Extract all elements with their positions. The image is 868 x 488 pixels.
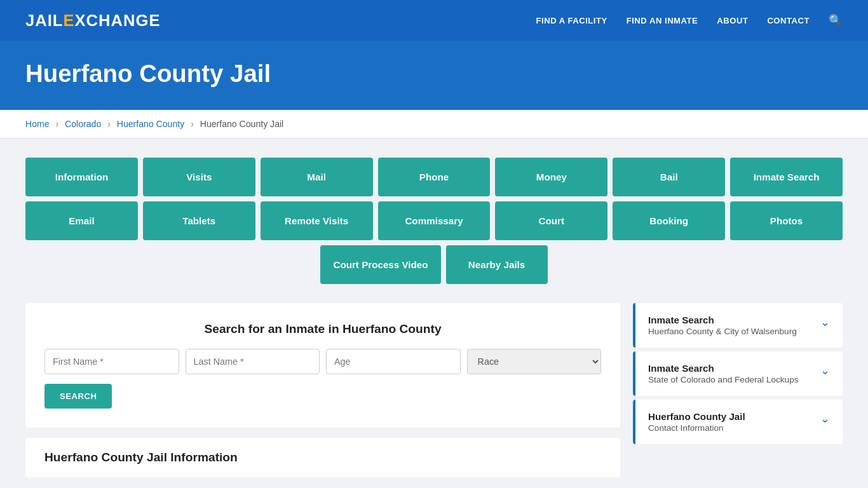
search-title: Search for an Inmate in Huerfano County (44, 322, 601, 336)
sidebar-card-3: Huerfano County Jail Contact Information… (633, 400, 843, 444)
info-section: Huerfano County Jail Information (25, 438, 620, 477)
btn-booking[interactable]: Booking (613, 201, 725, 240)
nav-links: FIND A FACILITY FIND AN INMATE ABOUT CON… (536, 14, 843, 27)
nav-find-facility[interactable]: FIND A FACILITY (536, 16, 607, 25)
navigation: JAILEXCHANGE FIND A FACILITY FIND AN INM… (0, 0, 868, 41)
breadcrumb-county[interactable]: Huerfano County (117, 119, 184, 129)
btn-visits[interactable]: Visits (143, 158, 255, 196)
button-grid-row2: Email Tablets Remote Visits Commissary C… (25, 201, 843, 240)
breadcrumb-current: Huerfano County Jail (200, 119, 283, 129)
btn-mail[interactable]: Mail (261, 158, 373, 196)
logo-exchange-rest: XCHANGE (75, 11, 161, 29)
info-title: Huerfano County Jail Information (44, 451, 601, 464)
sidebar-card-header-2[interactable]: Inmate Search State of Colorado and Fede… (633, 351, 843, 396)
breadcrumb: Home › Colorado › Huerfano County › Huer… (0, 110, 868, 139)
btn-money[interactable]: Money (495, 158, 607, 196)
btn-court[interactable]: Court (495, 201, 607, 240)
sidebar-card-title-3: Huerfano County Jail (648, 411, 745, 422)
button-grid-row3: Court Process Video Nearby Jails (25, 245, 843, 284)
nav-contact[interactable]: CONTACT (767, 16, 810, 25)
btn-bail[interactable]: Bail (613, 158, 725, 196)
chevron-down-icon-1: ⌄ (820, 316, 830, 329)
sidebar-card-subtitle-1: Huerfano County & City of Walsenburg (648, 327, 797, 336)
age-input[interactable] (326, 349, 461, 374)
left-column: Search for an Inmate in Huerfano County … (25, 303, 620, 477)
breadcrumb-sep-2: › (107, 119, 111, 129)
breadcrumb-home[interactable]: Home (25, 119, 50, 129)
sidebar-card-1: Inmate Search Huerfano County & City of … (633, 303, 843, 348)
nav-about[interactable]: ABOUT (717, 16, 748, 25)
nav-find-inmate[interactable]: FIND AN INMATE (627, 16, 698, 25)
breadcrumb-sep-1: › (55, 119, 58, 129)
race-select[interactable]: Race (467, 349, 602, 374)
page-title: Huerfano County Jail (25, 60, 843, 88)
sidebar: Inmate Search Huerfano County & City of … (633, 303, 843, 445)
sidebar-card-subtitle-3: Contact Information (648, 423, 745, 433)
sidebar-card-subtitle-2: State of Colorado and Federal Lockups (648, 375, 799, 384)
sidebar-card-title-2: Inmate Search (648, 363, 799, 374)
button-grid-row1: Information Visits Mail Phone Money Bail… (25, 158, 843, 196)
btn-remote-visits[interactable]: Remote Visits (261, 201, 373, 240)
sidebar-card-text-3: Huerfano County Jail Contact Information (648, 411, 745, 433)
btn-information[interactable]: Information (25, 158, 138, 196)
btn-inmate-search[interactable]: Inmate Search (730, 158, 843, 196)
search-fields: Race (44, 349, 601, 374)
first-name-input[interactable] (44, 349, 179, 374)
btn-phone[interactable]: Phone (378, 158, 491, 196)
logo-jail: JAIL (25, 11, 63, 29)
sidebar-card-title-1: Inmate Search (648, 315, 797, 325)
last-name-input[interactable] (186, 349, 320, 374)
site-logo[interactable]: JAILEXCHANGE (25, 11, 161, 30)
sidebar-card-2: Inmate Search State of Colorado and Fede… (633, 351, 843, 396)
sidebar-card-header-3[interactable]: Huerfano County Jail Contact Information… (633, 400, 843, 444)
btn-nearby-jails[interactable]: Nearby Jails (446, 245, 548, 284)
breadcrumb-colorado[interactable]: Colorado (65, 119, 101, 129)
search-icon[interactable]: 🔍 (829, 14, 843, 27)
logo-x: E (63, 11, 74, 29)
content-row: Search for an Inmate in Huerfano County … (25, 303, 843, 477)
btn-email[interactable]: Email (25, 201, 138, 240)
btn-tablets[interactable]: Tablets (143, 201, 255, 240)
main-content: Information Visits Mail Phone Money Bail… (0, 139, 868, 488)
search-button[interactable]: SEARCH (44, 384, 112, 409)
sidebar-card-text-2: Inmate Search State of Colorado and Fede… (648, 363, 799, 384)
sidebar-card-text-1: Inmate Search Huerfano County & City of … (648, 315, 797, 336)
inmate-search-box: Search for an Inmate in Huerfano County … (25, 303, 620, 428)
breadcrumb-sep-3: › (191, 119, 194, 129)
hero-section: Huerfano County Jail (0, 41, 868, 110)
sidebar-card-header-1[interactable]: Inmate Search Huerfano County & City of … (633, 303, 843, 348)
chevron-down-icon-3: ⌄ (820, 412, 830, 426)
chevron-down-icon-2: ⌄ (820, 364, 830, 377)
btn-commissary[interactable]: Commissary (378, 201, 491, 240)
btn-photos[interactable]: Photos (730, 201, 843, 240)
btn-court-process-video[interactable]: Court Process Video (320, 245, 440, 284)
